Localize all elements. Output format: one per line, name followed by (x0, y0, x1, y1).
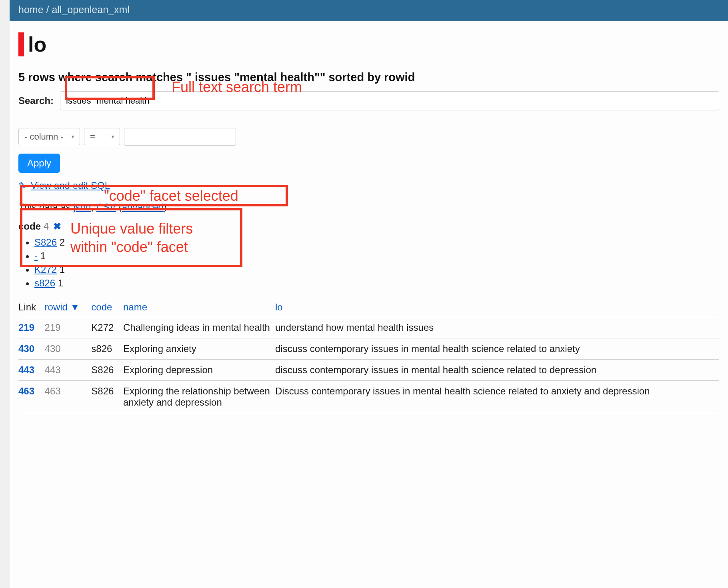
cell-code: S826 (91, 381, 123, 413)
breadcrumb-db[interactable]: all_openlean_xml (52, 4, 130, 15)
table-row: 219219K272Challenging ideas in mental he… (18, 317, 719, 338)
cell-lo: discuss contemporary issues in mental he… (275, 338, 719, 360)
facet-list: S826 2- 1K272 1s826 1 (18, 237, 719, 289)
view-sql-link[interactable]: View and edit SQL (31, 180, 110, 191)
filter-value-input[interactable] (124, 128, 236, 146)
cell-rowid: 443 (45, 360, 92, 381)
cell-name: Challenging ideas in mental health (123, 317, 275, 338)
facet-item: s826 1 (34, 278, 719, 289)
cell-lo: understand how mental health issues (275, 317, 719, 338)
facet-item-link[interactable]: s826 (34, 278, 55, 288)
cell-rowid: 219 (45, 317, 92, 338)
cell-name: Exploring depression (123, 360, 275, 381)
cell-rowid: 430 (45, 338, 92, 360)
facet-item: - 1 (34, 250, 719, 262)
search-label: Search: (18, 95, 54, 106)
table-row: 430430s826Exploring anxietydiscuss conte… (18, 338, 719, 360)
wrench-icon: ✎ (18, 180, 26, 191)
facet-item-link[interactable]: K272 (34, 264, 57, 275)
cell-name: Exploring anxiety (123, 338, 275, 360)
search-input[interactable] (60, 91, 719, 110)
col-code[interactable]: code (91, 298, 123, 317)
facet-item-count: 2 (57, 237, 65, 248)
facet-item-count: 1 (38, 250, 46, 261)
row-link[interactable]: 430 (18, 343, 34, 354)
export-csv-link[interactable]: CSV (96, 202, 116, 212)
export-prefix: This data as (18, 202, 73, 212)
sort-arrow-icon: ▼ (70, 302, 80, 312)
facet-remove-icon[interactable]: ✖ (53, 221, 61, 232)
row-link[interactable]: 443 (18, 364, 34, 375)
results-table: Link rowid ▼ code name lo 219219K272Chal… (18, 298, 719, 413)
page-title: lo (18, 32, 719, 56)
facet-item-count: 1 (55, 278, 63, 288)
cell-code: S826 (91, 360, 123, 381)
facet-item: S826 2 (34, 237, 719, 248)
facet-item-link[interactable]: - (34, 250, 38, 261)
cell-lo: discuss contemporary issues in mental he… (275, 360, 719, 381)
col-link: Link (18, 298, 45, 317)
table-row: 443443S826Exploring depressiondiscuss co… (18, 360, 719, 381)
breadcrumb-sep: / (46, 4, 52, 15)
facet-name: code (18, 221, 41, 232)
facet-item-count: 1 (57, 264, 65, 275)
col-lo[interactable]: lo (275, 298, 719, 317)
facet-header: code 4 ✖ (18, 221, 719, 232)
cell-rowid: 463 (45, 381, 92, 413)
col-name[interactable]: name (123, 298, 275, 317)
export-json-link[interactable]: json (73, 202, 91, 212)
breadcrumb-home[interactable]: home (18, 4, 44, 15)
table-row: 463463S826Exploring the relationship bet… (18, 381, 719, 413)
col-rowid[interactable]: rowid ▼ (45, 298, 92, 317)
filter-op-select[interactable]: = (84, 128, 120, 145)
result-summary: 5 rows where search matches " issues "me… (18, 71, 719, 84)
row-link[interactable]: 219 (18, 322, 34, 333)
cell-name: Exploring the relationship between anxie… (123, 381, 275, 413)
cell-code: s826 (91, 338, 123, 360)
facet-item: K272 1 (34, 264, 719, 275)
facet-count: 4 (44, 221, 49, 232)
filter-column-select[interactable]: - column - (18, 128, 80, 145)
export-row: This data as json, CSV (advanced) (18, 202, 719, 213)
cell-lo: Discuss contemporary issues in mental he… (275, 381, 719, 413)
cell-code: K272 (91, 317, 123, 338)
facet-item-link[interactable]: S826 (34, 237, 57, 248)
row-link[interactable]: 463 (18, 386, 34, 396)
export-advanced-link[interactable]: advanced (122, 202, 164, 212)
breadcrumb: home / all_openlean_xml (10, 0, 728, 21)
apply-button[interactable]: Apply (18, 154, 60, 173)
